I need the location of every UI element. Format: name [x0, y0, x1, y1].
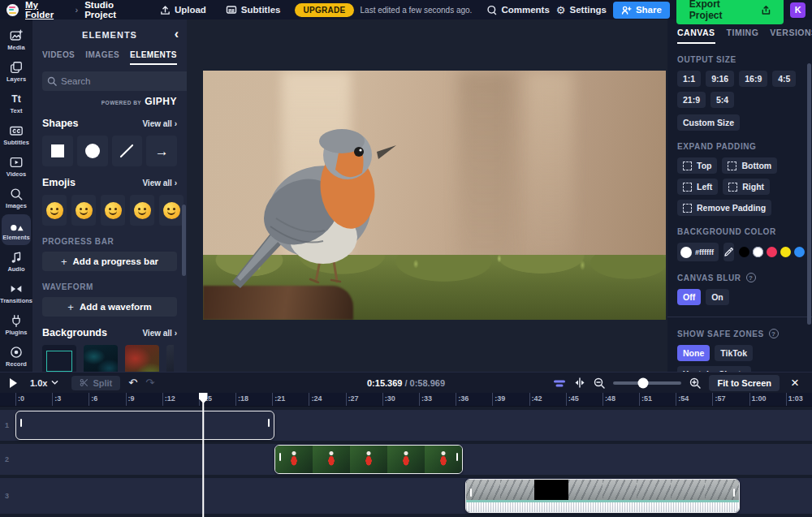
settings-button[interactable]: ⚙ Settings [556, 5, 607, 15]
zoom-out-button[interactable] [594, 377, 605, 389]
ratio-button-1-1[interactable]: 1:1 [677, 71, 701, 87]
help-icon[interactable]: ? [746, 273, 756, 282]
playback-speed-dropdown[interactable]: 1.0x [25, 376, 63, 390]
backgrounds-view-all-link[interactable]: View all › [142, 329, 177, 338]
clip-trim-handle-right[interactable] [733, 489, 735, 497]
zoom-slider-thumb[interactable] [638, 377, 649, 388]
clip-trim-handle-right[interactable] [456, 453, 458, 461]
parrot-video-clip[interactable] [274, 445, 463, 474]
scenic-video-clip[interactable] [465, 479, 739, 513]
breadcrumb-folder[interactable]: My Folder [25, 0, 68, 19]
redo-button[interactable]: ↷ [145, 377, 154, 388]
sidebar-item-audio[interactable]: Audio [2, 246, 31, 277]
tab-images[interactable]: IMAGES [85, 50, 119, 65]
export-project-button[interactable]: Export Project [676, 0, 784, 24]
shape-arrow-tile[interactable]: → [146, 136, 177, 166]
mirror-split-button[interactable] [574, 377, 585, 388]
sidebar-item-images[interactable]: Images [2, 183, 31, 213]
tab-timing[interactable]: TIMING [727, 28, 759, 44]
tab-videos[interactable]: VIDEOS [42, 50, 75, 65]
sidebar-item-videos[interactable]: Videos [2, 151, 31, 182]
comments-button[interactable]: Comments [486, 5, 549, 15]
sidebar-item-text[interactable]: TtText [2, 88, 31, 118]
safe-zone-tiktok[interactable]: TikTok [715, 345, 753, 361]
emojis-view-all-link[interactable]: View all › [142, 179, 177, 187]
color-swatch[interactable] [794, 247, 805, 257]
padding-button-left[interactable]: Left [677, 179, 718, 195]
video-canvas[interactable] [203, 71, 666, 320]
subtitles-button[interactable]: Subtitles [226, 4, 281, 15]
bird-video-clip[interactable] [15, 411, 274, 440]
sidebar-item-media[interactable]: Media [2, 24, 31, 55]
custom-size-button[interactable]: Custom Size [677, 114, 740, 131]
tab-elements[interactable]: ELEMENTS [130, 50, 177, 65]
upgrade-button[interactable]: UPGRADE [295, 3, 353, 17]
padding-button-bottom[interactable]: Bottom [722, 157, 777, 174]
upload-button[interactable]: Upload [160, 5, 206, 15]
canvas-blur-on[interactable]: On [706, 289, 729, 305]
background-thumbnail[interactable] [42, 345, 76, 372]
emoji-tile[interactable] [42, 195, 67, 226]
safe-zone-none[interactable]: None [677, 345, 710, 361]
help-icon[interactable]: ? [769, 329, 779, 338]
ratio-button-5-4[interactable]: 5:4 [710, 92, 734, 108]
color-hex-button[interactable]: #ffffff [677, 243, 719, 261]
sidebar-item-record[interactable]: Record [2, 341, 31, 372]
share-button[interactable]: Share [613, 2, 670, 19]
search-input[interactable] [61, 76, 186, 86]
emoji-tile[interactable] [130, 195, 154, 226]
split-button[interactable]: Split [71, 376, 120, 390]
add-progress-bar-button[interactable]: + Add a progress bar [42, 252, 177, 271]
padding-button-top[interactable]: Top [677, 157, 717, 174]
shape-line-tile[interactable] [112, 136, 143, 166]
eyedropper-button[interactable] [723, 243, 734, 261]
user-avatar[interactable]: K [790, 2, 806, 18]
collapse-panel-icon[interactable]: ‹ [175, 26, 179, 42]
ratio-button-4-5[interactable]: 4:5 [772, 71, 796, 87]
shapes-view-all-link[interactable]: View all › [142, 119, 177, 128]
close-timeline-icon[interactable]: × [788, 376, 802, 390]
clip-trim-handle-left[interactable] [279, 453, 281, 461]
background-thumbnail[interactable] [84, 345, 118, 372]
zoom-in-button[interactable] [689, 377, 701, 389]
timeline-zoom-slider[interactable] [613, 381, 681, 385]
sidebar-item-transitions[interactable]: Transitions [2, 278, 31, 308]
background-thumbnail[interactable] [125, 345, 159, 372]
background-thumbnail[interactable] [166, 345, 174, 372]
breadcrumb-project-title[interactable]: Studio Project [84, 0, 147, 19]
ratio-button-16-9[interactable]: 16:9 [739, 71, 767, 87]
canvas-panel-scrollbar[interactable] [807, 63, 811, 325]
elements-panel-scrollbar[interactable] [182, 205, 186, 276]
ratio-button-9-16[interactable]: 9:16 [706, 71, 734, 87]
sidebar-item-subtitles[interactable]: Subtitles [2, 119, 31, 150]
sidebar-item-elements[interactable]: Elements [2, 214, 31, 245]
undo-button[interactable]: ↶ [128, 377, 137, 388]
color-swatch[interactable] [780, 247, 791, 257]
clip-trim-handle-left[interactable] [470, 489, 472, 497]
color-swatch[interactable] [753, 247, 763, 257]
add-waveform-button[interactable]: + Add a waveform [42, 297, 177, 317]
kapwing-logo-icon[interactable] [6, 4, 19, 16]
tab-canvas[interactable]: CANVAS [677, 28, 715, 44]
shape-square-tile[interactable] [42, 136, 73, 166]
clip-trim-handle-left[interactable] [20, 419, 22, 427]
sidebar-item-plugins[interactable]: Plugins [2, 309, 31, 340]
canvas-blur-off[interactable]: Off [677, 289, 701, 305]
snap-toggle-button[interactable] [553, 377, 566, 389]
color-swatch[interactable] [739, 247, 749, 257]
padding-button-remove-padding[interactable]: Remove Padding [677, 200, 771, 216]
clip-trim-handle-right[interactable] [268, 419, 270, 427]
emoji-tile[interactable] [159, 195, 184, 226]
emoji-tile[interactable] [101, 195, 125, 226]
tab-versions[interactable]: VERSIONS [770, 28, 812, 44]
ratio-button-21-9[interactable]: 21:9 [677, 92, 706, 108]
play-button[interactable] [10, 378, 17, 388]
shape-circle-tile[interactable] [77, 136, 108, 166]
timeline-ruler[interactable]: :0:3:6:9:12:15:18:21:24:27:30:33:36:39:4… [0, 393, 812, 407]
emoji-tile[interactable] [71, 195, 96, 226]
fit-to-screen-button[interactable]: Fit to Screen [709, 375, 780, 391]
color-swatch[interactable] [767, 247, 777, 257]
padding-button-right[interactable]: Right [723, 179, 770, 195]
sidebar-item-layers[interactable]: Layers [2, 56, 31, 87]
layers-icon [9, 60, 24, 75]
